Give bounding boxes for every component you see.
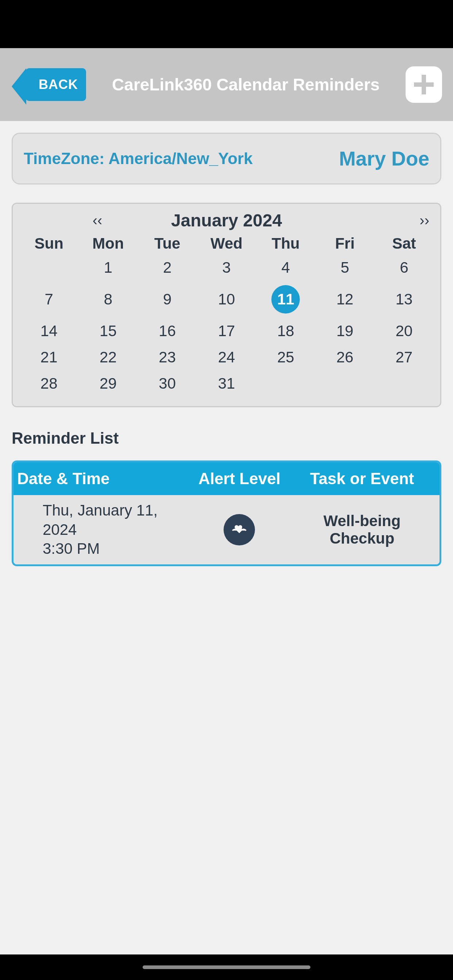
calendar-day[interactable]: 13 [375,281,434,318]
calendar-day[interactable]: 16 [138,318,197,344]
calendar-weekday-row: SunMonTueWedThuFriSat [19,232,434,255]
calendar-day[interactable]: 24 [197,344,256,371]
prev-month-button[interactable]: ‹‹ [24,212,171,229]
cell-alert [195,495,285,565]
calendar-day[interactable]: 2 [138,255,197,281]
calendar-day[interactable]: 8 [78,281,137,318]
app-header: BACK CareLink360 Calendar Reminders [0,48,453,121]
weekday-label: Tue [138,232,197,255]
info-card: TimeZone: America/New_York Mary Doe [12,133,441,185]
calendar-day[interactable]: 22 [78,344,137,371]
home-indicator[interactable] [143,966,310,969]
calendar-days-grid: 1234567891011121314151617181920212223242… [19,255,434,397]
table-row[interactable]: Thu, January 11, 20243:30 PMWell-beingCh… [13,495,440,565]
calendar-day[interactable]: 10 [197,281,256,318]
col-datetime: Date & Time [13,462,195,495]
patient-name: Mary Doe [339,147,429,170]
col-task: Task or Event [284,462,440,495]
calendar-day[interactable]: 30 [138,371,197,397]
add-reminder-button[interactable] [405,66,442,103]
status-bar-area [0,0,453,48]
calendar-day[interactable]: 1 [78,255,137,281]
calendar-day[interactable]: 26 [315,344,374,371]
next-month-button[interactable]: ›› [282,212,429,229]
calendar-day[interactable]: 18 [256,318,315,344]
cell-datetime: Thu, January 11, 20243:30 PM [13,495,195,565]
main-content: TimeZone: America/New_York Mary Doe ‹‹ J… [0,121,453,955]
back-button[interactable]: BACK [26,68,86,101]
calendar-day[interactable]: 29 [78,371,137,397]
cell-task: Well-beingCheckup [284,495,440,565]
calendar-day[interactable]: 31 [197,371,256,397]
calendar-day[interactable]: 7 [19,281,78,318]
col-alert: Alert Level [195,462,285,495]
calendar-day[interactable]: 5 [315,255,374,281]
weekday-label: Fri [315,232,374,255]
calendar-day[interactable]: 23 [138,344,197,371]
reminder-table: Date & Time Alert Level Task or Event Th… [12,460,441,566]
calendar-month-label: January 2024 [171,210,282,231]
calendar-day[interactable]: 19 [315,318,374,344]
calendar-day[interactable]: 27 [375,344,434,371]
calendar-day[interactable]: 6 [375,255,434,281]
calendar-day[interactable]: 21 [19,344,78,371]
weekday-label: Wed [197,232,256,255]
calendar-day[interactable]: 3 [197,255,256,281]
weekday-label: Sun [19,232,78,255]
timezone-label: TimeZone: America/New_York [24,150,253,168]
calendar-blank [19,255,78,281]
calendar-day[interactable]: 28 [19,371,78,397]
calendar-day[interactable]: 20 [375,318,434,344]
weekday-label: Mon [78,232,137,255]
calendar-day[interactable]: 15 [78,318,137,344]
page-title: CareLink360 Calendar Reminders [97,75,395,94]
calendar-day[interactable]: 4 [256,255,315,281]
reminder-list-title: Reminder List [12,429,441,447]
hands-heart-icon [223,514,255,546]
weekday-label: Sat [375,232,434,255]
calendar-day[interactable]: 14 [19,318,78,344]
weekday-label: Thu [256,232,315,255]
reminder-table-header: Date & Time Alert Level Task or Event [13,462,440,495]
calendar-day[interactable]: 9 [138,281,197,318]
calendar-day[interactable]: 17 [197,318,256,344]
calendar-day[interactable]: 12 [315,281,374,318]
calendar-day[interactable]: 11 [256,281,315,318]
plus-icon [411,72,437,98]
calendar-day[interactable]: 25 [256,344,315,371]
calendar-widget: ‹‹ January 2024 ›› SunMonTueWedThuFriSat… [12,203,441,407]
bottom-bar-area [0,955,453,980]
